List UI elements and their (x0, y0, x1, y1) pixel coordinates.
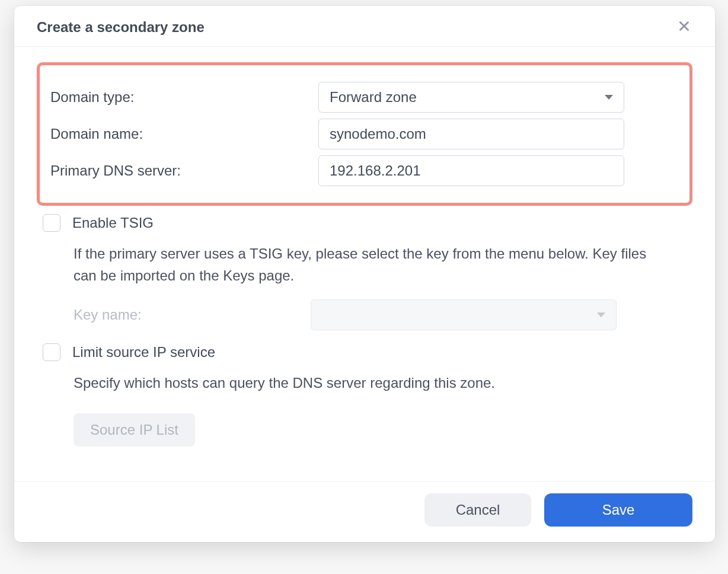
dialog-title: Create a secondary zone (37, 19, 205, 36)
tsig-help-text: If the primary server uses a TSIG key, p… (74, 243, 666, 286)
limit-ip-row: Limit source IP service (37, 343, 692, 361)
primary-dns-label: Primary DNS server: (50, 162, 318, 179)
key-name-row: Key name: (74, 299, 692, 330)
close-button[interactable] (676, 19, 692, 36)
highlighted-form-area: Domain type: Forward zone Domain name: P… (37, 62, 692, 206)
enable-tsig-row: Enable TSIG (37, 214, 692, 232)
source-ip-list-button: Source IP List (74, 413, 195, 447)
primary-dns-input[interactable] (318, 155, 624, 186)
limit-ip-checkbox[interactable] (43, 343, 60, 361)
chevron-down-icon (597, 312, 605, 317)
create-secondary-zone-dialog: Create a secondary zone Domain type: For… (14, 6, 715, 542)
primary-dns-row: Primary DNS server: (50, 155, 679, 186)
domain-name-row: Domain name: (50, 119, 679, 149)
domain-type-value: Forward zone (330, 89, 417, 106)
key-name-label: Key name: (74, 307, 311, 323)
domain-type-select[interactable]: Forward zone (318, 82, 624, 113)
close-icon (678, 20, 691, 35)
limit-ip-label: Limit source IP service (72, 344, 215, 361)
key-name-select (311, 299, 617, 330)
dialog-body: Domain type: Forward zone Domain name: P… (14, 47, 715, 464)
dialog-footer: Cancel Save (14, 481, 715, 542)
enable-tsig-checkbox[interactable] (43, 214, 60, 232)
cancel-button[interactable]: Cancel (424, 493, 531, 527)
domain-name-label: Domain name: (50, 126, 318, 142)
save-button[interactable]: Save (544, 493, 692, 527)
enable-tsig-label: Enable TSIG (72, 215, 154, 231)
domain-type-row: Domain type: Forward zone (50, 82, 679, 113)
domain-name-input[interactable] (318, 119, 624, 149)
domain-type-label: Domain type: (50, 89, 318, 106)
limit-ip-help-text: Specify which hosts can query the DNS se… (74, 372, 666, 394)
dialog-header: Create a secondary zone (14, 6, 715, 47)
chevron-down-icon (605, 95, 613, 100)
